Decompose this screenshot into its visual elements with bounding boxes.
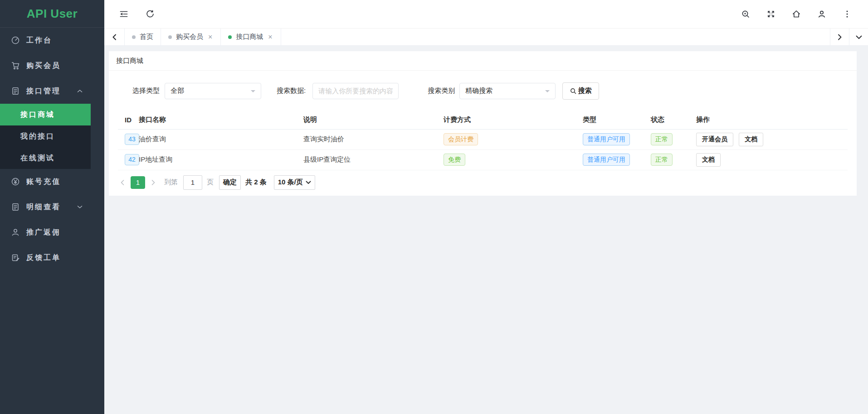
sidebar-item-my-api[interactable]: 我的接口 (0, 125, 91, 147)
page-size-select[interactable]: 10 条/页 (274, 175, 315, 190)
ticket-icon (11, 253, 20, 262)
card-header: 接口商城 (109, 51, 857, 71)
fullscreen-icon[interactable] (766, 10, 775, 19)
toolbar-left-group (119, 10, 155, 19)
close-icon[interactable]: × (267, 33, 273, 42)
tab-api-market[interactable]: 接口商城 × (221, 29, 281, 45)
column-header-type: 类型 (583, 111, 651, 129)
tabs-scroll-right-button[interactable] (830, 29, 849, 45)
api-name: IP地址查询 (139, 155, 172, 163)
status-badge: 正常 (651, 154, 673, 166)
filter-bar: 选择类型 全部 搜索数据: 搜索类别 精确搜索 (109, 71, 857, 111)
sidebar-menu: 工作台 购买会员 接口管理 接口商城 (0, 28, 104, 270)
search-category-value: 精确搜索 (465, 87, 493, 95)
tab-label: 接口商城 (236, 33, 263, 41)
caret-down-icon (251, 90, 255, 95)
document-icon (11, 87, 20, 96)
api-desc: 查询实时油价 (303, 135, 344, 143)
page-unit-label: 页 (207, 178, 214, 187)
sidebar-item-label: 工作台 (26, 36, 52, 45)
sidebar-item-label: 推广返佣 (26, 228, 61, 237)
sidebar-item-label: 我的接口 (20, 132, 55, 141)
current-page-button[interactable]: 1 (131, 176, 145, 189)
caret-down-icon (545, 90, 550, 95)
sidebar-item-recharge[interactable]: 账号充值 (0, 169, 91, 194)
pagination: 1 到第 页 确定 共 2 条 10 条/页 (118, 175, 848, 190)
billing-badge: 免费 (444, 154, 465, 166)
goto-label: 到第 (164, 178, 178, 187)
open-member-button[interactable]: 开通会员 (696, 133, 733, 146)
tabs-scroll-left-button[interactable] (104, 29, 125, 45)
user-profile-icon[interactable] (817, 10, 826, 19)
table-header-row: ID 接口名称 说明 计费方式 类型 状态 操作 (118, 111, 848, 129)
sidebar-item-label: 购买会员 (26, 61, 61, 71)
search-category-select[interactable]: 精确搜索 (459, 83, 556, 99)
id-badge: 43 (125, 134, 139, 145)
search-input[interactable] (312, 83, 399, 99)
column-header-actions: 操作 (696, 111, 848, 129)
app-logo: API User (0, 0, 104, 28)
sidebar-submenu-api-manage: 接口商城 我的接口 在线测试 (0, 104, 91, 169)
tab-buy-member[interactable]: 购买会员 × (161, 29, 221, 45)
type-badge: 普通用户可用 (583, 133, 630, 145)
next-page-icon[interactable] (149, 180, 158, 185)
column-header-name: 接口名称 (139, 111, 303, 129)
sidebar-item-promotion[interactable]: 推广返佣 (0, 220, 91, 245)
search-category-label: 搜索类别 (428, 87, 455, 95)
app-logo-text: API User (27, 7, 78, 21)
sidebar-item-label: 账号充值 (26, 177, 61, 187)
sidebar-item-label: 反馈工单 (26, 253, 61, 263)
page-title: 接口商城 (116, 57, 143, 65)
cart-icon (11, 61, 20, 70)
sidebar-item-workbench[interactable]: 工作台 (0, 28, 91, 53)
sidebar-item-api-market[interactable]: 接口商城 (0, 104, 91, 125)
refresh-icon[interactable] (146, 10, 155, 19)
document-icon (11, 202, 20, 212)
close-icon[interactable]: × (207, 33, 213, 42)
home-icon[interactable] (792, 10, 801, 19)
chevron-up-icon (77, 89, 83, 93)
sidebar-item-detail-view[interactable]: 明细查看 (0, 194, 91, 220)
tab-status-dot-active (228, 35, 232, 39)
tab-home[interactable]: 首页 (125, 29, 161, 45)
sidebar-item-online-test[interactable]: 在线测试 (0, 147, 91, 169)
search-button-icon (570, 88, 576, 94)
goto-confirm-button[interactable]: 确定 (219, 175, 241, 190)
total-count-label: 共 2 条 (245, 178, 267, 187)
sidebar-item-buy-member[interactable]: 购买会员 (0, 53, 91, 78)
status-badge: 正常 (651, 133, 673, 145)
sidebar-item-label: 接口商城 (20, 110, 55, 120)
table-row: 42 IP地址查询 县级IP查询定位 免费 普通用户可用 正常 文档 (118, 149, 848, 170)
search-icon[interactable] (741, 10, 750, 19)
more-menu-icon[interactable] (843, 10, 852, 19)
api-table: ID 接口名称 说明 计费方式 类型 状态 操作 43 (118, 111, 848, 170)
prev-page-icon[interactable] (118, 180, 127, 185)
menu-fold-icon[interactable] (119, 10, 128, 19)
search-button[interactable]: 搜索 (562, 82, 599, 100)
tab-status-dot (168, 35, 172, 39)
tab-status-dot (132, 35, 136, 39)
type-select[interactable]: 全部 (165, 83, 261, 99)
type-select-value: 全部 (171, 87, 184, 95)
sidebar-item-label: 明细查看 (26, 202, 61, 212)
doc-button[interactable]: 文档 (696, 153, 721, 167)
api-name: 油价查询 (139, 135, 166, 143)
goto-page-input[interactable] (183, 175, 202, 190)
chevron-down-icon (306, 181, 311, 184)
billing-badge: 会员计费 (444, 133, 478, 145)
chevron-down-icon (77, 205, 83, 209)
api-desc: 县级IP查询定位 (303, 155, 351, 163)
sidebar: API User 工作台 购买会员 接口管理 (0, 0, 104, 414)
tabs-dropdown-button[interactable] (849, 29, 868, 45)
column-header-status: 状态 (651, 111, 696, 129)
toolbar-right-group (741, 10, 852, 19)
page-size-value: 10 条/页 (278, 178, 303, 187)
sidebar-item-feedback[interactable]: 反馈工单 (0, 245, 91, 270)
sidebar-item-api-manage[interactable]: 接口管理 (0, 78, 91, 104)
yen-circle-icon (11, 177, 20, 186)
column-header-billing: 计费方式 (444, 111, 583, 129)
doc-button[interactable]: 文档 (739, 133, 763, 146)
column-header-desc: 说明 (303, 111, 444, 129)
main-area: 首页 购买会员 × 接口商城 × (104, 0, 868, 414)
app-root: API User 工作台 购买会员 接口管理 (0, 0, 868, 414)
